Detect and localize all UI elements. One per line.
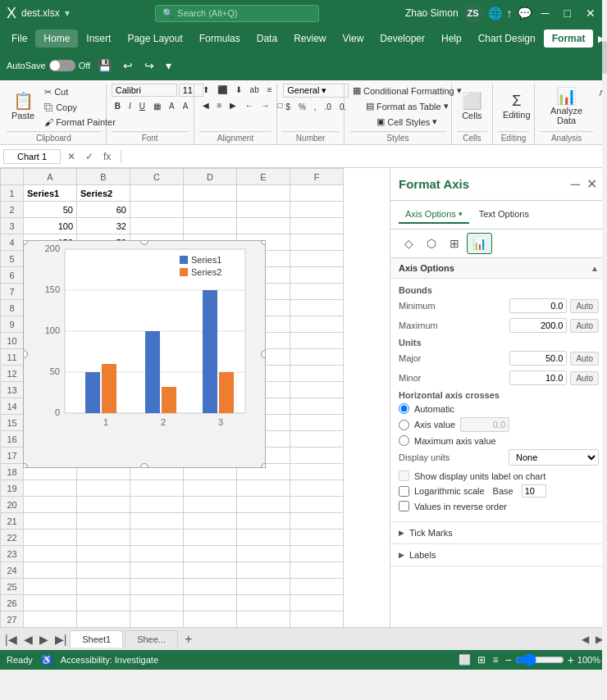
cell-26-1[interactable] (24, 595, 77, 611)
indent-dec-button[interactable]: ← (241, 99, 256, 111)
cell-26-5[interactable] (237, 595, 290, 611)
tab-text-options[interactable]: Text Options (472, 206, 536, 224)
menu-home[interactable]: Home (35, 30, 78, 48)
search-input[interactable] (177, 8, 300, 18)
wrap-button[interactable]: ≡ (264, 84, 276, 96)
cell-1-6[interactable] (290, 185, 344, 202)
cell-8-6[interactable] (290, 300, 344, 316)
row-header-12[interactable]: 12 (1, 366, 24, 382)
cells-button[interactable]: ⬜ Cells (457, 84, 487, 130)
cell-20-1[interactable] (24, 497, 77, 513)
panel-body[interactable]: Axis Options ▲ Bounds Minimum Auto Maxim… (390, 258, 607, 627)
font-color-button[interactable]: A (180, 100, 192, 112)
handle-mr[interactable] (261, 350, 266, 358)
cell-21-2[interactable] (77, 513, 130, 530)
cell-24-5[interactable] (237, 562, 290, 579)
cell-27-6[interactable] (290, 611, 344, 628)
cell-19-6[interactable] (290, 480, 344, 497)
cell-25-6[interactable] (290, 579, 344, 595)
cell-2-6[interactable] (290, 202, 344, 218)
currency-button[interactable]: $ (282, 101, 294, 113)
maximize-button[interactable]: □ (559, 5, 576, 21)
axis-value-input[interactable] (460, 417, 509, 432)
cell-12-6[interactable] (290, 366, 344, 382)
shape-button[interactable]: ⬡ (421, 233, 442, 254)
cell-20-3[interactable] (130, 497, 184, 513)
cell-16-6[interactable] (290, 431, 344, 448)
cell-1-3[interactable] (130, 185, 184, 202)
row-header-15[interactable]: 15 (1, 415, 24, 431)
scroll-left-button[interactable]: ◀ (579, 634, 591, 645)
row-header-27[interactable]: 27 (1, 611, 24, 628)
row-header-16[interactable]: 16 (1, 431, 24, 448)
autosave-toggle[interactable]: AutoSave Off (7, 60, 90, 71)
row-header-1[interactable]: 1 (1, 185, 24, 202)
cell-27-4[interactable] (184, 611, 237, 628)
menu-insert[interactable]: Insert (78, 30, 119, 48)
cell-1-4[interactable] (184, 185, 237, 202)
function-button[interactable]: fx (100, 149, 114, 164)
cell-2-1[interactable]: 50 (24, 202, 77, 218)
cell-1-5[interactable] (237, 185, 290, 202)
radio-max-axis[interactable] (399, 435, 409, 446)
search-box[interactable]: 🔍 (155, 5, 319, 22)
cell-2-2[interactable]: 60 (77, 202, 130, 218)
cell-25-1[interactable] (24, 579, 77, 595)
menu-review[interactable]: Review (285, 30, 334, 48)
align-top-button[interactable]: ⬆ (199, 84, 212, 96)
cell-24-6[interactable] (290, 562, 344, 579)
minor-input[interactable] (509, 370, 567, 385)
cell-21-4[interactable] (184, 513, 237, 530)
row-header-14[interactable]: 14 (1, 398, 24, 415)
sheet-tab-sheet2[interactable]: Shee... (125, 630, 178, 648)
zoom-slider[interactable] (515, 653, 564, 666)
panel-close-button[interactable]: ✕ (585, 175, 599, 193)
menu-formulas[interactable]: Formulas (191, 30, 249, 48)
cell-21-1[interactable] (24, 513, 77, 530)
minimize-button[interactable]: ─ (536, 5, 555, 21)
indent-inc-button[interactable]: → (258, 99, 272, 111)
cell-22-6[interactable] (290, 530, 344, 546)
align-left-button[interactable]: ◀ (199, 99, 212, 111)
menu-file[interactable]: File (3, 30, 35, 48)
menu-data[interactable]: Data (249, 30, 285, 48)
cell-19-2[interactable] (77, 480, 130, 497)
row-header-25[interactable]: 25 (1, 579, 24, 595)
cell-3-1[interactable]: 100 (24, 218, 77, 234)
handle-br[interactable] (261, 463, 266, 468)
paste-button[interactable]: 📋 Paste (7, 84, 39, 130)
row-header-20[interactable]: 20 (1, 497, 24, 513)
cell-19-3[interactable] (130, 480, 184, 497)
handle-bm[interactable] (140, 463, 148, 468)
cell-23-4[interactable] (184, 546, 237, 562)
cell-27-1[interactable] (24, 611, 77, 628)
cell-24-2[interactable] (77, 562, 130, 579)
cell-23-6[interactable] (290, 546, 344, 562)
align-bottom-button[interactable]: ⬇ (232, 84, 245, 96)
cell-10-6[interactable] (290, 333, 344, 349)
cell-18-6[interactable] (290, 464, 344, 480)
cell-3-6[interactable] (290, 218, 344, 234)
format-as-table-button[interactable]: ▤ Format as Table ▾ (363, 99, 452, 113)
formula-cancel-button[interactable]: ✕ (64, 149, 79, 164)
display-units-select[interactable]: None Hundreds Thousands Millions Billion… (509, 449, 599, 466)
cell-26-4[interactable] (184, 595, 237, 611)
minor-auto-button[interactable]: Auto (570, 371, 599, 385)
border-button[interactable]: ▦ (150, 100, 164, 112)
cell-27-3[interactable] (130, 611, 184, 628)
cell-22-2[interactable] (77, 530, 130, 546)
cell-4-6[interactable] (290, 234, 344, 251)
zoom-minus-button[interactable]: − (504, 653, 511, 666)
cell-24-3[interactable] (130, 562, 184, 579)
cell-22-5[interactable] (237, 530, 290, 546)
comma-button[interactable]: , (311, 101, 320, 113)
cell-1-1[interactable]: Series1 (24, 185, 77, 202)
cell-22-4[interactable] (184, 530, 237, 546)
minimum-input[interactable] (509, 298, 567, 313)
cell-2-3[interactable] (130, 202, 184, 218)
cell-styles-button[interactable]: ▣ Cell Styles ▾ (373, 115, 440, 129)
row-header-9[interactable]: 9 (1, 316, 24, 333)
row-header-11[interactable]: 11 (1, 349, 24, 366)
log-base-input[interactable] (522, 484, 546, 498)
cell-25-2[interactable] (77, 579, 130, 595)
